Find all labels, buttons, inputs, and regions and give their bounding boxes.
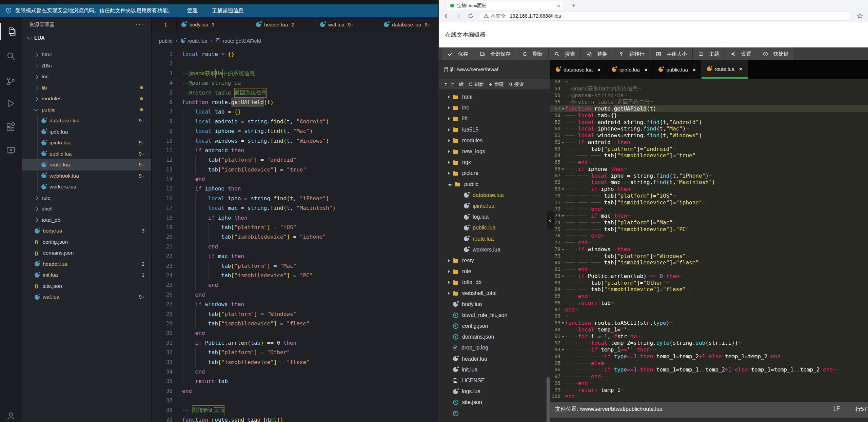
tree-item-config.json[interactable]: config.json	[439, 321, 550, 331]
tree-item-html[interactable]: html	[439, 92, 550, 102]
explorer-item-ipdb.lua[interactable]: ipdb.lua	[22, 126, 151, 138]
fold-arrow-icon[interactable]	[560, 333, 565, 340]
editor-tab-database.lua[interactable]: database.lua9+	[379, 17, 438, 32]
back-icon[interactable]	[441, 11, 451, 21]
forward-icon[interactable]	[453, 11, 463, 21]
explorer-item-shell[interactable]: shell	[22, 203, 151, 215]
goto-line-button[interactable]: 跳转行	[613, 47, 650, 60]
web-tab-ipinfo.lua[interactable]: ipinfo.lua×	[606, 60, 653, 79]
fold-arrow-icon[interactable]	[560, 346, 565, 353]
tree-item-init.lua[interactable]: init.lua	[439, 364, 550, 375]
web-tab-database.lua[interactable]: database.lua×	[550, 60, 606, 79]
banner-manage-link[interactable]: 管理	[187, 7, 198, 14]
tree-item-body.lua[interactable]: body.lua	[439, 299, 550, 310]
eol-indicator[interactable]: LF	[833, 406, 840, 412]
explorer-item-total_db[interactable]: total_db	[22, 215, 151, 226]
theme-button[interactable]: 主题	[693, 47, 725, 60]
explorer-item-lib[interactable]: lib	[22, 82, 151, 94]
run-debug-icon[interactable]	[0, 95, 22, 112]
tree-item-log.lua[interactable]: log.lua	[439, 212, 550, 222]
panel-collapse-handle[interactable]	[547, 211, 554, 229]
tree-item-ngx[interactable]: ngx	[439, 157, 550, 168]
remote-explorer-icon[interactable]	[0, 142, 22, 159]
settings-button[interactable]: 设置	[725, 47, 757, 60]
fold-arrow-icon[interactable]	[560, 320, 565, 326]
hotkeys-button[interactable]: 快捷键	[757, 47, 794, 60]
tree-item-new_logs[interactable]: new_logs	[439, 146, 550, 157]
fold-arrow-icon[interactable]	[560, 105, 565, 112]
explorer-item-inc[interactable]: inc	[22, 71, 151, 82]
cursor-line-indicator[interactable]: 行57	[855, 406, 867, 413]
breadcrumb-file[interactable]: route.lua	[188, 38, 207, 44]
breadcrumb-folder[interactable]: public	[159, 38, 172, 44]
tree-item-picture[interactable]: picture	[439, 168, 550, 179]
tree-item-drop_ip.log[interactable]: drop_ip.log	[439, 342, 550, 353]
fold-arrow-icon[interactable]	[560, 273, 565, 280]
fold-arrow-icon[interactable]	[560, 186, 565, 193]
tree-item-totla_db[interactable]: totla_db	[439, 277, 550, 288]
explorer-item-header.lua[interactable]: header.lua2	[22, 259, 151, 270]
explorer-item-modules[interactable]: modules	[22, 93, 151, 104]
tree-item-workers.lua[interactable]: workers.lua	[439, 244, 550, 255]
refresh-button[interactable]: 刷新	[516, 47, 549, 60]
fold-arrow-icon[interactable]	[560, 213, 565, 219]
security-label[interactable]: 不安全	[491, 13, 506, 19]
tree-item-resty[interactable]: resty	[439, 255, 550, 266]
tree-item-header.lua[interactable]: header.lua	[439, 354, 550, 364]
editor-tab-partial[interactable]: 1	[152, 17, 177, 32]
bookmark-star-icon[interactable]	[855, 11, 865, 21]
explorer-more-actions[interactable]: ···	[136, 21, 144, 28]
tree-item-partial[interactable]	[439, 408, 550, 419]
search-tool-button[interactable]: 搜索	[508, 81, 524, 87]
fold-arrow-icon[interactable]	[560, 166, 565, 173]
editor-tab-header.lua[interactable]: header.lua2	[251, 17, 315, 32]
tree-item-site.json[interactable]: site.json	[439, 397, 550, 408]
font-size-button[interactable]: 字体大小	[650, 47, 693, 60]
tree-item-webshell_total[interactable]: webshell_total	[439, 288, 550, 299]
tree-item-lua515[interactable]: lua515	[439, 124, 550, 135]
web-code-view[interactable]: 53¬54--@name获取Ua中的系统信息¬55--@param·string…	[550, 79, 868, 402]
explorer-item-domains.json[interactable]: {}domains.json	[22, 247, 151, 259]
vscode-code-view[interactable]: 1local route = {}23--@name获取Ua中的系统信息4--@…	[152, 49, 438, 422]
url-text[interactable]: 192.168.1.72:8888/files	[510, 13, 561, 19]
banner-learn-more-link[interactable]: 了解详细信息	[212, 7, 243, 14]
tree-item-logs.lua[interactable]: logs.lua	[439, 386, 550, 397]
breadcrumb[interactable]: public › route.lua › route.getUAField	[152, 32, 438, 49]
breadcrumb-symbol[interactable]: route.getUAField	[223, 38, 261, 44]
explorer-item-ipinfo.lua[interactable]: ipinfo.lua9+	[22, 137, 151, 148]
tree-item-database.lua[interactable]: database.lua	[439, 190, 550, 201]
up-tool-button[interactable]: 上一级	[443, 81, 464, 87]
web-tab-public.lua[interactable]: public.lua×	[653, 60, 701, 79]
tree-item-modules[interactable]: modules	[439, 135, 550, 146]
explorer-item-config.json[interactable]: {}config.json	[22, 237, 151, 248]
explorer-item-webhook.lua[interactable]: webhook.lua9+	[22, 170, 151, 182]
explorer-item-body.lua[interactable]: body.lua3	[22, 225, 151, 237]
address-bar[interactable]: 不安全 192.168.1.72:8888/files	[479, 11, 850, 21]
tab-close-icon[interactable]: ×	[693, 67, 696, 73]
explorer-item-public.lua[interactable]: public.lua9+	[22, 148, 151, 160]
tree-item-rule[interactable]: rule	[439, 266, 550, 277]
tab-close-icon[interactable]: ×	[645, 67, 648, 73]
explorer-item-route.lua[interactable]: route.lua9+	[22, 159, 151, 170]
refresh-tool-button[interactable]: 刷新	[468, 81, 484, 87]
tree-item-route.lua[interactable]: route.lua	[439, 233, 550, 244]
tree-item-domains.json[interactable]: domains.json	[439, 331, 550, 342]
tree-item-ipinfo.lua[interactable]: ipinfo.lua	[439, 201, 550, 212]
plus-tool-button[interactable]: 新建	[488, 81, 504, 87]
tree-item-btwaf_rule_hit.json[interactable]: btwaf_rule_hit.json	[439, 310, 550, 321]
fold-arrow-icon[interactable]	[560, 139, 565, 146]
account-icon[interactable]	[0, 407, 22, 422]
explorer-item-database.lua[interactable]: database.lua9+	[22, 115, 151, 126]
new-tab-button[interactable]: +	[569, 1, 578, 10]
save-button[interactable]: 保存	[442, 47, 474, 60]
tab-close-icon[interactable]: ×	[557, 3, 560, 8]
tree-scrollbar[interactable]	[547, 377, 550, 422]
extensions-icon[interactable]	[0, 119, 22, 136]
explorer-item-rule[interactable]: rule	[22, 193, 151, 204]
search-button[interactable]: 搜索	[549, 47, 581, 60]
source-control-icon[interactable]	[0, 73, 22, 90]
web-tab-route.lua[interactable]: route.lua×	[702, 60, 748, 79]
tab-close-icon[interactable]: ×	[739, 66, 742, 72]
explorer-item-workers.lua[interactable]: workers.lua	[22, 181, 151, 193]
editor-tab-body.lua[interactable]: body.lua3	[177, 17, 251, 32]
